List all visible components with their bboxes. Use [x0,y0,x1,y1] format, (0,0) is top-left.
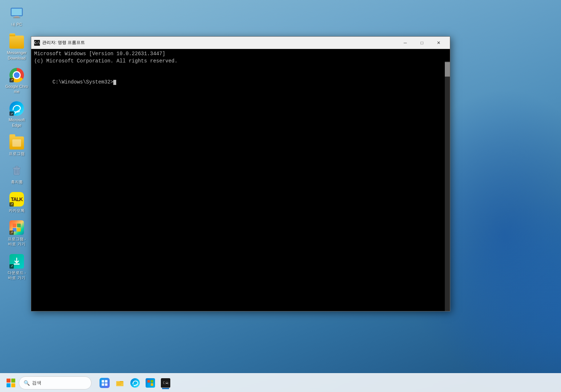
programs-folder-icon [9,135,24,150]
svg-rect-25 [151,380,153,383]
svg-rect-24 [147,380,150,383]
prog-shortcut-icon: ↗ [9,220,24,235]
windows-logo [7,379,15,387]
cmd-maximize-btn[interactable]: □ [414,37,430,49]
svg-rect-22 [117,383,123,383]
cmd-window: C:\ 관리자: 명령 프롬프트 ─ □ ✕ Microsoft Windows… [31,36,450,311]
chrome-icon: ↗ [9,68,24,82]
desktop-icon-chrome[interactable]: ↗ Google Chrome [4,66,30,97]
mypc-icon [9,6,24,20]
mypc-label: 내 PC [11,22,22,27]
cmd-line-2: (c) Microsoft Corporation. All rights re… [34,58,447,65]
cmd-prompt-line: C:\Windows\System32> [34,72,447,93]
svg-rect-1 [12,9,22,15]
svg-rect-18 [105,383,107,386]
svg-rect-27 [151,383,153,386]
kakao-icon: TALK ↗ [9,192,24,207]
shortcut-arrow-prog: ↗ [9,230,14,235]
recycle-label: 휴지통 [11,179,23,184]
download-shortcut-icon: ↗ [9,254,24,269]
cmd-taskbar-icon: C:\> [161,378,170,388]
cmd-title-icon: C:\ [34,40,40,46]
cmd-title-text: 관리자: 명령 프롬프트 [42,40,397,46]
svg-rect-14 [14,264,20,265]
cmd-line-1: Microsoft Windows [Version 10.0.22631.34… [34,50,447,58]
prog-shortcut-label: 프로그램 -바로 가기 [8,236,26,247]
win-logo-cell-3 [7,383,11,387]
win-logo-cell-4 [11,383,15,387]
edge-icon: ↗ [9,101,24,116]
win-logo-cell-2 [11,379,15,383]
taskbar-widgets-btn[interactable] [97,376,112,390]
win-logo-cell-1 [7,379,11,383]
edge-label: MicrosoftEdge [9,117,25,128]
taskbar-cmd-btn[interactable]: C:\> [158,376,173,390]
taskbar-explorer-btn[interactable] [113,376,127,390]
shortcut-arrow-kakao: ↗ [9,202,14,207]
shortcut-arrow-chrome: ↗ [9,78,14,82]
taskbar: 🔍 검색 [0,373,561,392]
store-icon [146,378,155,388]
cmd-cursor [113,80,116,85]
svg-rect-13 [17,228,21,232]
svg-rect-11 [17,224,21,227]
taskbar-search-icon: 🔍 [24,380,30,386]
desktop-icon-recycle[interactable]: 휴지통 [4,161,30,187]
messenger-folder-icon [9,34,24,49]
svg-rect-15 [102,380,104,383]
shortcut-arrow-edge: ↗ [9,111,14,116]
cmd-line-empty [34,65,447,72]
cmd-prompt-text: C:\Windows\System32> [52,79,113,85]
svg-rect-16 [105,380,107,383]
cmd-close-btn[interactable]: ✕ [430,37,447,49]
svg-rect-30 [166,383,168,384]
desktop-icon-prog-shortcut[interactable]: ↗ 프로그램 -바로 가기 [4,218,30,249]
svg-rect-17 [102,383,104,386]
cmd-scrollbar-thumb[interactable] [445,62,450,77]
chrome-label: Google Chrome [5,84,28,94]
messenger-label: MessengerDownload [7,50,27,61]
svg-rect-23 [117,384,121,385]
taskbar-store-btn[interactable] [143,376,158,390]
svg-rect-3 [13,17,20,18]
download-shortcut-label: 다운로드 -바로 가기 [8,270,26,281]
desktop-icons-container: 내 PC MessengerDownload ↗ Google Chrome ↗… [4,4,30,282]
recycle-bin-icon [9,163,24,178]
taskbar-search-text: 검색 [32,380,41,386]
svg-rect-2 [15,16,19,17]
desktop-icon-kakao[interactable]: TALK ↗ 카카오톡 [4,190,30,215]
desktop-icon-messenger[interactable]: MessengerDownload [4,32,30,63]
svg-rect-21 [116,381,120,383]
cmd-titlebar[interactable]: C:\ 관리자: 명령 프롬프트 ─ □ ✕ [31,37,450,49]
taskbar-app-icons: C:\> [97,376,173,390]
taskbar-start-button[interactable] [4,376,17,389]
widgets-icon [99,378,110,388]
taskbar-edge-btn[interactable] [128,376,142,390]
svg-rect-6 [15,166,18,168]
kakao-label: 카카오톡 [9,208,25,213]
programs-label: 프로그램 [9,151,25,156]
shortcut-arrow-download: ↗ [9,264,14,269]
desktop-icon-mypc[interactable]: 내 PC [4,4,30,29]
cmd-window-controls: ─ □ ✕ [397,37,447,49]
cmd-minimize-btn[interactable]: ─ [397,37,414,49]
cmd-scrollbar[interactable] [445,61,450,311]
taskbar-search-bar[interactable]: 🔍 검색 [19,376,92,389]
desktop-icon-programs[interactable]: 프로그램 [4,133,30,158]
svg-rect-26 [147,383,150,386]
desktop-icon-edge[interactable]: ↗ MicrosoftEdge [4,99,30,130]
svg-rect-10 [13,224,16,227]
desktop-icon-download-shortcut[interactable]: ↗ 다운로드 -바로 가기 [4,252,30,283]
cmd-content-area[interactable]: Microsoft Windows [Version 10.0.22631.34… [31,49,450,311]
